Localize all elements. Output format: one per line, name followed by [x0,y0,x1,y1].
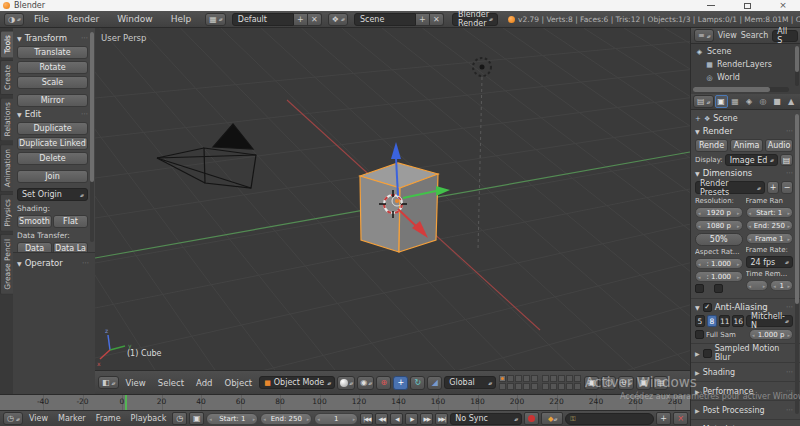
layer-cell[interactable] [523,375,530,382]
layer-cell[interactable] [515,383,522,390]
outliner-item-world[interactable]: ◎World [695,71,800,84]
transform-panel-header[interactable]: ▼Transform⋯ [17,33,88,43]
translate-button[interactable]: Translate [17,46,88,59]
menu-render[interactable]: Render [59,12,107,26]
proportional-edit-dropdown[interactable]: ○ [601,376,616,390]
current-frame-field[interactable]: 1 [314,413,358,425]
jump-to-start-button[interactable]: |◀◀ [360,413,373,425]
shade-flat-button[interactable]: Flat [53,215,88,228]
layer-cell[interactable] [550,375,557,382]
shade-smooth-button[interactable]: Smooth [17,215,52,228]
layer-cell[interactable] [558,375,565,382]
layer-cell[interactable] [542,375,549,382]
screen-layout-icon-selector[interactable]: ▦▴▾ [205,13,226,26]
layer-cell[interactable] [515,375,522,382]
filter-size-field[interactable]: 1.000 p [749,329,793,340]
frame-start-field[interactable]: Start: 1 [746,207,794,218]
aspect-y-field[interactable]: : 1.000 [695,271,743,282]
active-keying-set-field[interactable]: ⚿ [565,413,654,425]
play-button[interactable]: ▶ [405,413,418,425]
aa-samples-5[interactable]: 5 [695,315,705,327]
tab-tools[interactable]: Tools [0,30,13,58]
prev-keyframe-button[interactable]: ◀◀ [375,413,388,425]
maximize-button[interactable] [742,1,752,10]
scene-delete-button[interactable]: ✕ [430,13,444,26]
render-button[interactable]: Rende [695,139,728,152]
fps-dropdown[interactable]: 24 fps▴▾ [746,256,794,268]
aa-filter-dropdown[interactable]: Mitchell-N▴▾ [746,315,793,327]
layer-cell[interactable] [531,375,538,382]
layer-cell[interactable] [499,383,506,390]
end-frame-field[interactable]: End: 250 [260,413,312,425]
animation-button[interactable]: Anima [730,139,763,152]
outliner-editor-selector[interactable]: ≡▴▾ [694,29,714,42]
tab-create[interactable]: Create [0,60,13,95]
layer-cell[interactable] [499,375,506,382]
pin-icon[interactable]: + [695,115,701,123]
layer-cell[interactable] [542,383,549,390]
render-section-header[interactable]: ▼Render⋯ [695,126,793,136]
post-processing-section[interactable]: ▶Post Processing⋯ [695,404,793,416]
layer-cell[interactable] [566,375,573,382]
opengl-render-button[interactable]: ▣ [636,376,651,390]
next-keyframe-button[interactable]: ▶▶ [420,413,433,425]
aspect-x-field[interactable]: : 1.000 [695,258,743,269]
folder-icon[interactable]: ▤ [780,154,793,166]
anti-aliasing-checkbox[interactable]: ✓ [703,303,712,312]
timeline-editor-selector[interactable]: ◷▴▾ [3,412,23,425]
tab-render-properties[interactable]: ▣ [715,95,728,108]
preview-range-icon[interactable]: ◷ [172,412,187,425]
scale-manipulator-button[interactable]: ◢ [427,376,442,390]
opengl-render-anim-button[interactable]: ▤ [653,376,668,390]
tab-constraints[interactable]: ▲ [785,95,798,108]
timeline-marker-menu[interactable]: Marker [54,414,90,423]
jump-to-end-button[interactable]: ▶▶| [435,413,448,425]
viewport-editor-selector[interactable]: ◧▴▾ [98,376,119,389]
resolution-percent-field[interactable]: 50% [695,233,743,246]
outliner-item-renderlayers[interactable]: ▦RenderLayers [695,58,800,71]
resolution-x-field[interactable]: 1920 p [695,207,743,218]
timeline-view-menu[interactable]: View [25,414,52,423]
timeline-playback-menu[interactable]: Playback [127,414,171,423]
3d-viewport[interactable]: z y x User Persp (1) Cube ◧▴▾ View Selec… [95,28,690,394]
frame-end-field[interactable]: End: 250 [746,220,794,231]
layer-cell[interactable] [507,375,514,382]
border-checkbox[interactable] [695,284,704,293]
scene-add-button[interactable]: + [416,13,430,26]
rotate-manipulator-button[interactable]: ↻ [410,376,425,390]
layout-add-button[interactable]: + [294,13,308,26]
audio-button[interactable]: Audio [765,139,793,152]
properties-editor-selector[interactable]: ▤▴▾ [693,95,714,108]
scale-button[interactable]: Scale [17,76,88,89]
object-menu[interactable]: Object [219,377,257,389]
tool-shelf-scrollbar[interactable] [90,32,94,242]
layer-cell[interactable] [507,383,514,390]
layer-cell[interactable] [574,383,581,390]
time-remap-new-field[interactable]: 1 [770,280,793,291]
set-origin-dropdown[interactable]: Set Origin▴▾ [17,188,88,201]
outliner-v-scrollbar[interactable] [795,46,799,86]
lock-range-icon[interactable]: ▣ [189,412,204,425]
render-presets-dropdown[interactable]: Render Presets▴▾ [695,181,765,194]
shading-section[interactable]: ▶Shading⋯ [695,366,793,378]
operator-panel-header[interactable]: ▼Operator⋯ [17,258,89,268]
select-menu[interactable]: Select [153,377,189,389]
full-sample-checkbox[interactable] [695,330,704,339]
menu-help[interactable]: Help [163,12,200,26]
layer-cell[interactable] [550,383,557,390]
data-layout-transfer-button[interactable]: Data La [53,242,88,252]
viewport-shading-dropdown[interactable]: ▴▾ [337,376,355,390]
layer-cell[interactable] [558,383,565,390]
delete-button[interactable]: Delete [17,152,88,165]
add-menu[interactable]: Add [191,377,217,389]
rotate-button[interactable]: Rotate [17,61,88,74]
keying-set-dropdown[interactable]: ◆▴▾ [541,412,563,425]
preset-add-button[interactable]: + [767,181,779,194]
pivot-point-dropdown[interactable]: ◉▴▾ [357,376,374,390]
snap-dropdown[interactable]: ∪▴▾ [618,376,634,390]
orientation-dropdown[interactable]: Global▴▾ [444,376,496,389]
sync-dropdown[interactable]: No Sync▴▾ [450,413,522,425]
anti-aliasing-section-header[interactable]: ▼✓Anti-Aliasing⋯ [695,302,793,312]
scene-icon-selector[interactable]: ❖▴▾ [328,13,348,26]
insert-keyframe-button[interactable]: + [656,412,671,425]
